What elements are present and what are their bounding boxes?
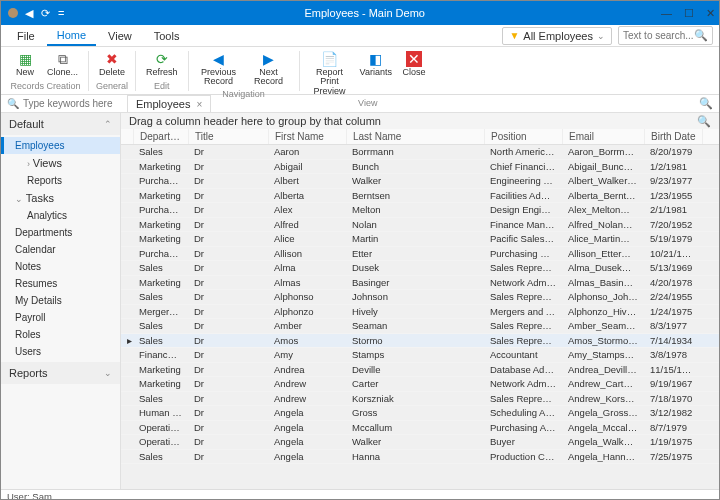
- cell-email: Amos_Stormo@example....: [562, 334, 644, 348]
- cell-birthdate: 8/3/1977: [644, 319, 702, 333]
- table-row[interactable]: Human Resourc...DrAngelaGrossScheduling …: [121, 406, 719, 421]
- next-record-button[interactable]: ▶Next Record: [245, 49, 293, 89]
- cell-email: Alma_Dusek@example.com: [562, 261, 644, 275]
- keywords-input[interactable]: [23, 98, 113, 109]
- cell-lastname: Basinger: [346, 276, 484, 290]
- cell-email: Angela_Gross@example....: [562, 406, 644, 420]
- table-row[interactable]: MarketingDrAlmasBasingerNetwork Administ…: [121, 276, 719, 291]
- close-window-icon[interactable]: ✕: [706, 7, 715, 20]
- menu-tools[interactable]: Tools: [144, 27, 190, 45]
- grid-refresh-icon[interactable]: 🔍: [699, 97, 713, 110]
- sidebar-item-views[interactable]: › Views: [1, 154, 120, 172]
- cell-birthdate: 4/20/1978: [644, 276, 702, 290]
- tab-employees[interactable]: Employees ×: [127, 95, 211, 112]
- sidebar-item-employees[interactable]: Employees: [1, 137, 120, 154]
- sidebar-item-notes[interactable]: Notes: [1, 258, 120, 275]
- data-grid: Drag a column header here to group by th…: [121, 113, 719, 489]
- group-panel[interactable]: Drag a column header here to group by th…: [121, 113, 719, 129]
- table-row[interactable]: Finance and Ac...DrAmyStampsAccountantAm…: [121, 348, 719, 363]
- table-row[interactable]: PurchasingDrAllisonEtterPurchasing Manag…: [121, 247, 719, 262]
- table-row[interactable]: SalesDrAaronBorrmannNorth American Sales…: [121, 145, 719, 160]
- cell-birthdate: 11/15/1967: [644, 363, 702, 377]
- search-input[interactable]: [623, 30, 693, 41]
- close-button[interactable]: ✕Close: [398, 49, 430, 98]
- table-row[interactable]: MarketingDrAlfredNolanFinance ManagerAlf…: [121, 218, 719, 233]
- col-lastname[interactable]: Last Name: [347, 129, 485, 144]
- table-row[interactable]: MarketingDrAndreaDevilleDatabase Adminis…: [121, 363, 719, 378]
- menu-view[interactable]: View: [98, 27, 142, 45]
- table-row[interactable]: PurchasingDrAlbertWalkerEngineering Mana…: [121, 174, 719, 189]
- cell-title: Dr: [188, 145, 268, 159]
- prev-record-button[interactable]: ◀Previous Record: [195, 49, 243, 89]
- table-row[interactable]: OperationsDrAngelaWalkerBuyerAngela_Walk…: [121, 435, 719, 450]
- cell-firstname: Angela: [268, 421, 346, 435]
- cell-birthdate: 1/2/1981: [644, 160, 702, 174]
- table-row[interactable]: SalesDrAndrewKorszniakSales Representati…: [121, 392, 719, 407]
- menu-home[interactable]: Home: [47, 26, 96, 46]
- col-birthdate[interactable]: Birth Date: [645, 129, 703, 144]
- cell-firstname: Alma: [268, 261, 346, 275]
- col-title[interactable]: Title: [189, 129, 269, 144]
- report-preview-button[interactable]: 📄Report Print Preview: [306, 49, 354, 98]
- table-row[interactable]: SalesDrAmberSeamanSales RepresentativeAm…: [121, 319, 719, 334]
- cell-position: Purchasing Assistant: [484, 421, 562, 435]
- table-row[interactable]: Mergers and Ac...DrAlphonzoHivelyMergers…: [121, 305, 719, 320]
- sidebar-item-tasks[interactable]: ⌄ Tasks: [1, 189, 120, 207]
- col-email[interactable]: Email: [563, 129, 645, 144]
- cell-department: Sales: [133, 319, 188, 333]
- cell-position: Database Administrator: [484, 363, 562, 377]
- sidebar-item-resumes[interactable]: Resumes: [1, 275, 120, 292]
- cell-position: Network Administrator: [484, 276, 562, 290]
- table-row[interactable]: SalesDrAlmaDusekSales RepresentativeAlma…: [121, 261, 719, 276]
- maximize-icon[interactable]: ☐: [684, 7, 694, 20]
- col-position[interactable]: Position: [485, 129, 563, 144]
- cell-position: Sales Representative: [484, 319, 562, 333]
- sidebar-item-users[interactable]: Users: [1, 343, 120, 360]
- back-icon[interactable]: ◀: [25, 7, 33, 20]
- col-department[interactable]: Department: [134, 129, 189, 144]
- filter-dropdown[interactable]: ▼ All Employees ⌄: [502, 27, 612, 45]
- grid-search-icon[interactable]: 🔍: [697, 115, 711, 128]
- table-row[interactable]: SalesDrAngelaHannaProduction Control Man…: [121, 450, 719, 465]
- refresh-button[interactable]: ⟳Refresh: [142, 49, 182, 79]
- sidebar-item-reports[interactable]: Reports: [1, 172, 120, 189]
- sidebar-header-default[interactable]: Default⌃: [1, 113, 120, 135]
- sidebar-item-departments[interactable]: Departments: [1, 224, 120, 241]
- cell-title: Dr: [188, 435, 268, 449]
- row-indicator: [121, 305, 133, 319]
- table-row[interactable]: OperationsDrAngelaMccallumPurchasing Ass…: [121, 421, 719, 436]
- row-indicator: [121, 348, 133, 362]
- delete-button[interactable]: ✖Delete: [95, 49, 129, 79]
- table-row[interactable]: PurchasingDrAlexMeltonDesign EngineerAle…: [121, 203, 719, 218]
- sidebar-item-payroll[interactable]: Payroll: [1, 309, 120, 326]
- table-row[interactable]: MarketingDrAndrewCarterNetwork Administr…: [121, 377, 719, 392]
- cell-department: Purchasing: [133, 174, 188, 188]
- table-row[interactable]: MarketingDrAlbertaBerntsenFacilities Adm…: [121, 189, 719, 204]
- col-firstname[interactable]: First Name: [269, 129, 347, 144]
- refresh-title-icon[interactable]: ⟳: [41, 7, 50, 20]
- global-search[interactable]: 🔍: [618, 26, 713, 45]
- new-button[interactable]: ▦New: [9, 49, 41, 79]
- table-row[interactable]: MarketingDrAliceMartinPacific Sales Mana…: [121, 232, 719, 247]
- table-row[interactable]: MarketingDrAbigailBunchChief Financial O…: [121, 160, 719, 175]
- cell-title: Dr: [188, 290, 268, 304]
- sidebar-item-roles[interactable]: Roles: [1, 326, 120, 343]
- chevron-down-icon: ⌄: [104, 368, 112, 378]
- sidebar-item-mydetails[interactable]: My Details: [1, 292, 120, 309]
- variants-button[interactable]: ◧Variants: [356, 49, 396, 98]
- cell-title: Dr: [188, 363, 268, 377]
- tab-close-icon[interactable]: ×: [196, 99, 202, 110]
- sidebar-item-analytics[interactable]: Analytics: [1, 207, 120, 224]
- sidebar-header-reports[interactable]: Reports⌄: [1, 362, 120, 384]
- sidebar-item-calendar[interactable]: Calendar: [1, 241, 120, 258]
- minimize-icon[interactable]: —: [661, 7, 672, 20]
- table-row[interactable]: ▸SalesDrAmosStormoSales RepresentativeAm…: [121, 334, 719, 349]
- fwd-icon[interactable]: =: [58, 7, 64, 19]
- chevron-up-icon: ⌃: [104, 119, 112, 129]
- clone-button[interactable]: ⧉Clone...: [43, 49, 82, 79]
- cell-firstname: Amos: [268, 334, 346, 348]
- cell-title: Dr: [188, 189, 268, 203]
- menu-file[interactable]: File: [7, 27, 45, 45]
- table-row[interactable]: SalesDrAlphonsoJohnsonSales Representati…: [121, 290, 719, 305]
- search-icon[interactable]: 🔍: [694, 29, 708, 42]
